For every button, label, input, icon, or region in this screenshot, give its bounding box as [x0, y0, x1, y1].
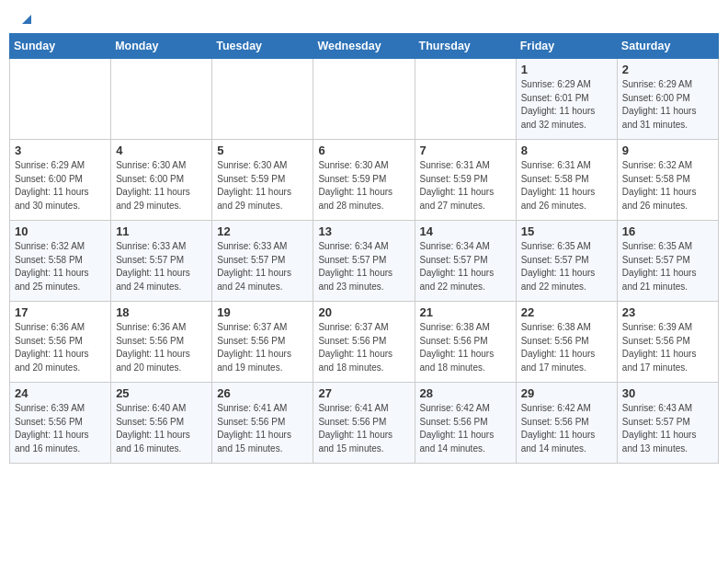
day-info: Sunrise: 6:30 AM Sunset: 6:00 PM Dayligh…	[116, 159, 207, 213]
day-info: Sunrise: 6:43 AM Sunset: 5:57 PM Dayligh…	[622, 402, 713, 455]
day-cell: 11Sunrise: 6:33 AM Sunset: 5:57 PM Dayli…	[111, 221, 212, 302]
day-cell: 24Sunrise: 6:39 AM Sunset: 5:56 PM Dayli…	[10, 383, 111, 464]
day-info: Sunrise: 6:38 AM Sunset: 5:56 PM Dayligh…	[420, 321, 511, 374]
day-number: 27	[318, 386, 409, 400]
col-header-wednesday: Wednesday	[313, 34, 415, 59]
day-cell: 7Sunrise: 6:31 AM Sunset: 5:59 PM Daylig…	[415, 140, 516, 221]
day-number: 3	[15, 144, 106, 157]
day-cell: 20Sunrise: 6:37 AM Sunset: 5:56 PM Dayli…	[313, 302, 415, 383]
col-header-monday: Monday	[111, 34, 212, 59]
day-number: 22	[521, 305, 612, 319]
day-number: 25	[116, 386, 207, 400]
day-info: Sunrise: 6:38 AM Sunset: 5:56 PM Dayligh…	[521, 321, 612, 374]
day-cell	[212, 59, 313, 140]
day-info: Sunrise: 6:31 AM Sunset: 5:58 PM Dayligh…	[521, 159, 612, 213]
day-number: 23	[622, 305, 713, 319]
logo	[17, 13, 35, 28]
calendar-body: 1Sunrise: 6:29 AM Sunset: 6:01 PM Daylig…	[10, 59, 719, 464]
day-info: Sunrise: 6:40 AM Sunset: 5:56 PM Dayligh…	[116, 402, 207, 455]
day-info: Sunrise: 6:41 AM Sunset: 5:56 PM Dayligh…	[318, 402, 409, 455]
day-cell: 26Sunrise: 6:41 AM Sunset: 5:56 PM Dayli…	[212, 383, 313, 464]
day-info: Sunrise: 6:41 AM Sunset: 5:56 PM Dayligh…	[217, 402, 308, 455]
day-number: 29	[521, 386, 612, 400]
day-info: Sunrise: 6:42 AM Sunset: 5:56 PM Dayligh…	[521, 402, 612, 455]
day-cell: 8Sunrise: 6:31 AM Sunset: 5:58 PM Daylig…	[516, 140, 617, 221]
day-info: Sunrise: 6:39 AM Sunset: 5:56 PM Dayligh…	[622, 321, 713, 374]
col-header-friday: Friday	[516, 34, 617, 59]
day-cell: 29Sunrise: 6:42 AM Sunset: 5:56 PM Dayli…	[516, 383, 617, 464]
page-header	[0, 0, 728, 33]
day-number: 7	[420, 144, 511, 157]
col-header-tuesday: Tuesday	[212, 34, 313, 59]
col-header-saturday: Saturday	[617, 34, 718, 59]
col-header-thursday: Thursday	[415, 34, 516, 59]
day-cell	[10, 59, 111, 140]
day-cell: 23Sunrise: 6:39 AM Sunset: 5:56 PM Dayli…	[617, 302, 718, 383]
day-number: 8	[521, 144, 612, 157]
day-info: Sunrise: 6:30 AM Sunset: 5:59 PM Dayligh…	[217, 159, 308, 213]
day-info: Sunrise: 6:29 AM Sunset: 6:01 PM Dayligh…	[521, 78, 612, 132]
day-number: 20	[318, 305, 409, 319]
day-number: 30	[622, 386, 713, 400]
day-number: 9	[622, 144, 713, 157]
day-cell: 22Sunrise: 6:38 AM Sunset: 5:56 PM Dayli…	[516, 302, 617, 383]
week-row-2: 3Sunrise: 6:29 AM Sunset: 6:00 PM Daylig…	[10, 140, 719, 221]
day-number: 18	[116, 305, 207, 319]
calendar-header-row: SundayMondayTuesdayWednesdayThursdayFrid…	[10, 34, 719, 59]
day-number: 4	[116, 144, 207, 157]
day-cell: 10Sunrise: 6:32 AM Sunset: 5:58 PM Dayli…	[10, 221, 111, 302]
day-cell: 21Sunrise: 6:38 AM Sunset: 5:56 PM Dayli…	[415, 302, 516, 383]
day-info: Sunrise: 6:33 AM Sunset: 5:57 PM Dayligh…	[116, 240, 207, 293]
week-row-5: 24Sunrise: 6:39 AM Sunset: 5:56 PM Dayli…	[10, 383, 719, 464]
day-info: Sunrise: 6:37 AM Sunset: 5:56 PM Dayligh…	[217, 321, 308, 374]
day-number: 21	[420, 305, 511, 319]
day-number: 1	[521, 63, 612, 76]
day-cell: 9Sunrise: 6:32 AM Sunset: 5:58 PM Daylig…	[617, 140, 718, 221]
day-info: Sunrise: 6:34 AM Sunset: 5:57 PM Dayligh…	[318, 240, 409, 293]
day-cell: 18Sunrise: 6:36 AM Sunset: 5:56 PM Dayli…	[111, 302, 212, 383]
day-number: 2	[622, 63, 713, 76]
day-number: 13	[318, 224, 409, 238]
day-number: 10	[15, 224, 106, 238]
week-row-4: 17Sunrise: 6:36 AM Sunset: 5:56 PM Dayli…	[10, 302, 719, 383]
week-row-1: 1Sunrise: 6:29 AM Sunset: 6:01 PM Daylig…	[10, 59, 719, 140]
day-number: 19	[217, 305, 308, 319]
day-info: Sunrise: 6:32 AM Sunset: 5:58 PM Dayligh…	[15, 240, 106, 293]
day-number: 28	[420, 386, 511, 400]
day-info: Sunrise: 6:36 AM Sunset: 5:56 PM Dayligh…	[116, 321, 207, 374]
day-info: Sunrise: 6:33 AM Sunset: 5:57 PM Dayligh…	[217, 240, 308, 293]
day-cell: 15Sunrise: 6:35 AM Sunset: 5:57 PM Dayli…	[516, 221, 617, 302]
day-info: Sunrise: 6:31 AM Sunset: 5:59 PM Dayligh…	[420, 159, 511, 213]
day-info: Sunrise: 6:34 AM Sunset: 5:57 PM Dayligh…	[420, 240, 511, 293]
day-cell: 13Sunrise: 6:34 AM Sunset: 5:57 PM Dayli…	[313, 221, 415, 302]
day-number: 16	[622, 224, 713, 238]
day-cell: 3Sunrise: 6:29 AM Sunset: 6:00 PM Daylig…	[10, 140, 111, 221]
day-number: 11	[116, 224, 207, 238]
day-cell: 19Sunrise: 6:37 AM Sunset: 5:56 PM Dayli…	[212, 302, 313, 383]
day-cell	[415, 59, 516, 140]
day-cell: 6Sunrise: 6:30 AM Sunset: 5:59 PM Daylig…	[313, 140, 415, 221]
day-info: Sunrise: 6:30 AM Sunset: 5:59 PM Dayligh…	[318, 159, 409, 213]
day-number: 6	[318, 144, 409, 157]
day-cell: 1Sunrise: 6:29 AM Sunset: 6:01 PM Daylig…	[516, 59, 617, 140]
day-cell: 14Sunrise: 6:34 AM Sunset: 5:57 PM Dayli…	[415, 221, 516, 302]
day-cell: 28Sunrise: 6:42 AM Sunset: 5:56 PM Dayli…	[415, 383, 516, 464]
svg-marker-0	[22, 15, 31, 24]
logo-triangle-icon	[18, 11, 35, 28]
day-info: Sunrise: 6:32 AM Sunset: 5:58 PM Dayligh…	[622, 159, 713, 213]
day-info: Sunrise: 6:37 AM Sunset: 5:56 PM Dayligh…	[318, 321, 409, 374]
day-number: 14	[420, 224, 511, 238]
day-cell: 25Sunrise: 6:40 AM Sunset: 5:56 PM Dayli…	[111, 383, 212, 464]
day-info: Sunrise: 6:35 AM Sunset: 5:57 PM Dayligh…	[521, 240, 612, 293]
day-cell: 2Sunrise: 6:29 AM Sunset: 6:00 PM Daylig…	[617, 59, 718, 140]
day-info: Sunrise: 6:35 AM Sunset: 5:57 PM Dayligh…	[622, 240, 713, 293]
col-header-sunday: Sunday	[10, 34, 111, 59]
day-number: 5	[217, 144, 308, 157]
day-cell: 30Sunrise: 6:43 AM Sunset: 5:57 PM Dayli…	[617, 383, 718, 464]
calendar-table: SundayMondayTuesdayWednesdayThursdayFrid…	[9, 33, 719, 464]
day-cell: 16Sunrise: 6:35 AM Sunset: 5:57 PM Dayli…	[617, 221, 718, 302]
day-number: 26	[217, 386, 308, 400]
week-row-3: 10Sunrise: 6:32 AM Sunset: 5:58 PM Dayli…	[10, 221, 719, 302]
day-cell	[313, 59, 415, 140]
day-number: 12	[217, 224, 308, 238]
